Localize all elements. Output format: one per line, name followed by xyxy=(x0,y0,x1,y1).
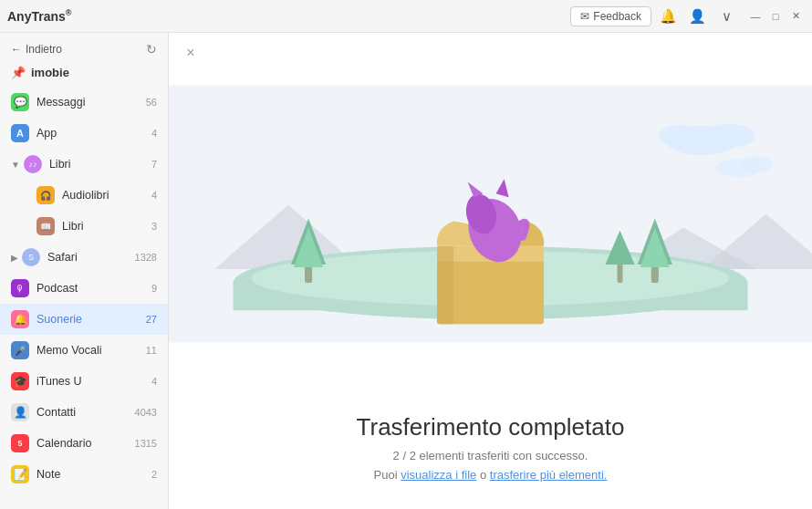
app-name-sup: ® xyxy=(66,8,72,17)
main-layout: ← Indietro ↻ 📌 imobie 💬 Messaggi 56 A Ap… xyxy=(0,33,812,509)
safari-count: 1328 xyxy=(135,252,157,263)
sidebar: ← Indietro ↻ 📌 imobie 💬 Messaggi 56 A Ap… xyxy=(0,33,169,509)
back-button[interactable]: ← Indietro xyxy=(11,43,62,56)
sidebar-section-safari[interactable]: ▶ S Safari 1328 xyxy=(0,242,168,273)
note-label: Note xyxy=(36,468,151,481)
note-count: 2 xyxy=(151,469,157,480)
success-title: Trasferimento completato xyxy=(187,413,794,441)
suonerie-icon: 🔔 xyxy=(11,310,29,328)
itunes-icon: 🎓 xyxy=(11,372,29,390)
libri-label: Libri xyxy=(49,158,151,171)
app-label: App xyxy=(36,127,151,140)
feedback-label: Feedback xyxy=(593,10,641,23)
sidebar-item-libri-sub[interactable]: 📖 Libri 3 xyxy=(0,211,168,242)
audiolibri-label: Audiolibri xyxy=(62,189,151,202)
app-name-text: AnyTrans xyxy=(7,9,66,24)
calendario-label: Calendario xyxy=(36,437,135,450)
user-icon-button[interactable]: 👤 xyxy=(684,4,710,29)
messaggi-icon: 💬 xyxy=(11,93,29,111)
libri-count: 7 xyxy=(151,159,157,170)
memo-label: Memo Vocali xyxy=(36,344,146,357)
sidebar-item-contatti[interactable]: 👤 Contatti 4043 xyxy=(0,397,168,428)
audiolibri-icon: 🎧 xyxy=(36,186,55,204)
sidebar-item-suonerie[interactable]: 🔔 Suonerie 27 xyxy=(0,304,168,335)
sidebar-item-messaggi[interactable]: 💬 Messaggi 56 xyxy=(0,87,168,118)
svg-point-2 xyxy=(703,124,755,148)
libri-sub-label: Libri xyxy=(62,220,151,233)
sidebar-section-libri[interactable]: ▼ ♪♪ Libri 7 xyxy=(0,149,168,180)
transfer-more-link[interactable]: trasferire più elementi. xyxy=(490,468,608,482)
calendario-icon: 5 xyxy=(11,434,29,452)
svg-point-5 xyxy=(740,156,773,172)
sidebar-item-calendario[interactable]: 5 Calendario 1315 xyxy=(0,428,168,459)
transfer-illustration xyxy=(169,33,812,395)
app-count: 4 xyxy=(151,128,157,139)
title-bar-left: AnyTrans® xyxy=(7,8,71,24)
device-icon: 📌 xyxy=(11,66,26,79)
memo-icon: 🎤 xyxy=(11,341,29,359)
calendario-count: 1315 xyxy=(135,438,157,449)
view-files-link[interactable]: visualizza i file xyxy=(401,468,476,482)
libri-sub-icon: 📖 xyxy=(36,217,55,235)
suonerie-label: Suonerie xyxy=(36,313,146,326)
podcast-icon: 🎙 xyxy=(11,279,29,297)
safari-toggle-icon: ▶ xyxy=(11,253,18,263)
safari-icon: S xyxy=(22,248,40,266)
contatti-icon: 👤 xyxy=(11,403,29,421)
svg-point-3 xyxy=(659,125,699,147)
messaggi-count: 56 xyxy=(146,97,157,108)
sidebar-item-podcast[interactable]: 🎙 Podcast 9 xyxy=(0,273,168,304)
audiolibri-count: 4 xyxy=(151,190,157,201)
sidebar-item-audiolibri[interactable]: 🎧 Audiolibri 4 xyxy=(0,180,168,211)
close-window-button[interactable]: ✕ xyxy=(786,7,805,26)
back-label: Indietro xyxy=(26,43,62,56)
back-arrow-icon: ← xyxy=(11,43,22,56)
window-controls: — □ ✕ xyxy=(746,7,805,26)
device-name: imobie xyxy=(31,66,69,79)
minimize-button[interactable]: — xyxy=(746,7,765,26)
podcast-label: Podcast xyxy=(36,282,151,295)
messaggi-label: Messaggi xyxy=(36,96,146,109)
refresh-button[interactable]: ↻ xyxy=(146,42,157,57)
suonerie-count: 27 xyxy=(146,314,157,325)
bell-button[interactable]: 🔔 xyxy=(655,4,681,29)
sidebar-item-app[interactable]: A App 4 xyxy=(0,118,168,149)
close-panel-button[interactable]: × xyxy=(180,42,202,64)
itunes-count: 4 xyxy=(151,376,157,387)
libri-sub-count: 3 xyxy=(151,221,157,232)
content-area: × xyxy=(169,33,812,509)
chevron-down-icon[interactable]: ∨ xyxy=(713,4,739,29)
sidebar-item-note[interactable]: 📝 Note 2 xyxy=(0,459,168,490)
note-icon: 📝 xyxy=(11,465,29,483)
illustration-area xyxy=(169,33,812,395)
itunes-label: iTunes U xyxy=(36,375,151,388)
feedback-icon: ✉ xyxy=(580,10,589,23)
success-link-prefix: Puoi xyxy=(374,468,401,482)
libri-section-icon: ♪♪ xyxy=(24,155,42,173)
svg-rect-22 xyxy=(437,246,453,325)
contatti-count: 4043 xyxy=(135,407,157,418)
maximize-button[interactable]: □ xyxy=(766,7,785,26)
title-bar-right: ✉ Feedback 🔔 👤 ∨ — □ ✕ xyxy=(570,4,805,29)
contatti-label: Contatti xyxy=(36,406,135,419)
success-links-row: Puoi visualizza i file o trasferire più … xyxy=(187,468,794,482)
app-icon: A xyxy=(11,124,29,142)
sidebar-item-memo-vocali[interactable]: 🎤 Memo Vocali 11 xyxy=(0,335,168,366)
success-message: Trasferimento completato 2 / 2 elementi … xyxy=(169,395,812,509)
podcast-count: 9 xyxy=(151,283,157,294)
libri-toggle-icon: ▼ xyxy=(11,160,20,170)
app-title: AnyTrans® xyxy=(7,8,71,24)
sidebar-item-itunes-u[interactable]: 🎓 iTunes U 4 xyxy=(0,366,168,397)
success-subtitle: 2 / 2 elementi trasferiti con successo. xyxy=(187,449,794,462)
link-middle-text: o xyxy=(476,468,489,482)
device-label: 📌 imobie xyxy=(0,62,168,87)
feedback-button[interactable]: ✉ Feedback xyxy=(570,6,651,26)
safari-label: Safari xyxy=(47,251,135,264)
sidebar-header: ← Indietro ↻ xyxy=(0,33,168,62)
title-bar: AnyTrans® ✉ Feedback 🔔 👤 ∨ — □ ✕ xyxy=(0,0,812,33)
memo-count: 11 xyxy=(146,345,157,356)
